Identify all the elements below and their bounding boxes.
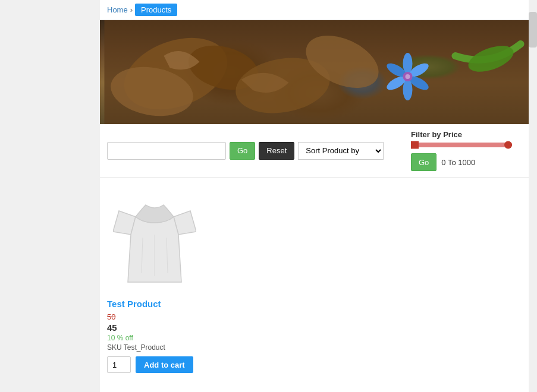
product-cart-row: Add to cart	[107, 356, 208, 373]
main-content: Home › Products	[100, 0, 537, 392]
breadcrumb-home-link[interactable]: Home	[107, 5, 128, 14]
price-range-row: Go 0 To 1000	[411, 153, 475, 171]
product-name[interactable]: Test Product	[107, 299, 208, 309]
filter-price-label: Filter by Price	[411, 130, 462, 139]
product-image	[113, 190, 196, 291]
filter-price-section: Filter by Price Go 0 To 1000	[411, 130, 530, 171]
product-sku: SKU Test_Product	[107, 343, 208, 352]
banner-image	[100, 20, 537, 124]
product-price-original: 50	[107, 312, 208, 321]
sidebar	[0, 0, 100, 392]
sort-select[interactable]: Sort Product by Price: Low to High Price…	[298, 142, 384, 160]
product-price-current: 45	[107, 323, 208, 333]
price-slider-track[interactable]	[411, 143, 512, 147]
search-reset-button[interactable]: Reset	[259, 142, 294, 160]
product-discount: 10 % off	[107, 334, 208, 342]
price-filter-go-button[interactable]: Go	[411, 153, 436, 171]
svg-point-13	[406, 74, 410, 79]
breadcrumb-current: Products	[135, 4, 177, 16]
add-to-cart-button[interactable]: Add to cart	[136, 356, 193, 373]
price-slider-thumb-right[interactable]	[504, 141, 512, 149]
scrollbar-thumb[interactable]	[529, 12, 537, 48]
filter-bar: Go Reset Sort Product by Price: Low to H…	[100, 124, 537, 178]
search-go-button[interactable]: Go	[230, 142, 255, 160]
quantity-input[interactable]	[107, 356, 131, 373]
search-input[interactable]	[107, 142, 226, 160]
product-image-wrapper	[107, 187, 202, 294]
banner-svg	[100, 20, 537, 124]
price-slider-thumb-left[interactable]	[411, 141, 419, 149]
products-area: Test Product 50 45 10 % off SKU Test_Pro…	[100, 178, 537, 382]
breadcrumb: Home › Products	[100, 0, 537, 20]
price-range-text: 0 To 1000	[441, 158, 475, 167]
product-card: Test Product 50 45 10 % off SKU Test_Pro…	[107, 187, 208, 373]
scrollbar[interactable]	[529, 0, 537, 392]
breadcrumb-separator: ›	[130, 5, 133, 14]
